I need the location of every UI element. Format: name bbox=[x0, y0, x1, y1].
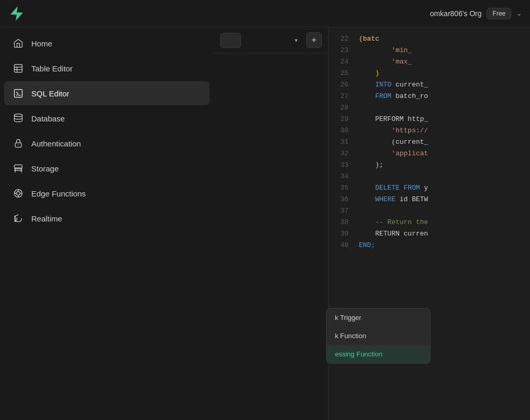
sql-panel: + bbox=[214, 27, 329, 420]
sql-icon bbox=[13, 88, 24, 99]
code-line-40: END; bbox=[359, 240, 530, 251]
context-menu-item-trigger[interactable]: k Trigger bbox=[327, 308, 430, 327]
code-line-31: (current_ bbox=[359, 137, 530, 148]
code-line-34 bbox=[359, 171, 530, 182]
context-menu-item-processing[interactable]: essing Function bbox=[327, 345, 430, 363]
sidebar-item-edge-functions-label: Edge Functions bbox=[31, 189, 86, 198]
main-top-bar: omkar806's Org Free ⌄ bbox=[214, 0, 530, 27]
sidebar-top-bar bbox=[0, 0, 214, 27]
code-line-39: RETURN curren bbox=[359, 228, 530, 240]
org-name: omkar806's Org bbox=[430, 9, 481, 18]
app-logo bbox=[8, 5, 25, 22]
auth-icon bbox=[13, 138, 24, 149]
table-icon bbox=[13, 63, 24, 74]
code-line-30: 'https:// bbox=[359, 125, 530, 137]
svg-point-6 bbox=[15, 114, 22, 117]
sidebar: Home Table Editor SQL Editor Database bbox=[0, 0, 214, 420]
storage-icon bbox=[13, 163, 24, 174]
sidebar-item-authentication-label: Authentication bbox=[31, 139, 81, 148]
sidebar-item-home[interactable]: Home bbox=[4, 31, 210, 55]
sidebar-nav: Home Table Editor SQL Editor Database bbox=[0, 27, 214, 420]
code-line-29: PERFORM http_ bbox=[359, 114, 530, 125]
sidebar-item-storage-label: Storage bbox=[31, 164, 59, 173]
home-icon bbox=[13, 38, 24, 49]
svg-point-10 bbox=[17, 192, 20, 195]
add-query-button[interactable]: + bbox=[306, 32, 322, 48]
sidebar-item-edge-functions[interactable]: Edge Functions bbox=[4, 181, 210, 205]
plan-badge[interactable]: Free bbox=[487, 8, 511, 19]
code-line-36: WHERE id BETW bbox=[359, 194, 530, 205]
sidebar-item-table-editor[interactable]: Table Editor bbox=[4, 56, 210, 80]
realtime-icon bbox=[13, 213, 24, 224]
code-line-23: 'min_ bbox=[359, 45, 530, 56]
sidebar-item-database[interactable]: Database bbox=[4, 106, 210, 130]
code-line-28 bbox=[359, 102, 530, 114]
edge-icon bbox=[13, 188, 24, 199]
code-line-22: (batc bbox=[359, 33, 530, 45]
sql-panel-toolbar: + bbox=[214, 27, 328, 54]
code-line-38: -- Return the bbox=[359, 217, 530, 228]
svg-rect-0 bbox=[15, 65, 22, 72]
code-line-25: ) bbox=[359, 68, 530, 79]
code-line-33: ); bbox=[359, 159, 530, 171]
sidebar-item-home-label: Home bbox=[31, 39, 52, 48]
org-info: omkar806's Org Free ⌄ bbox=[430, 8, 522, 19]
sidebar-item-authentication[interactable]: Authentication bbox=[4, 131, 210, 155]
sidebar-item-sql-editor-label: SQL Editor bbox=[31, 89, 69, 98]
chevron-down-icon[interactable]: ⌄ bbox=[516, 10, 522, 17]
sql-select-wrapper bbox=[220, 33, 302, 48]
main-area: omkar806's Org Free ⌄ + k Trigger k Func… bbox=[214, 0, 530, 420]
context-menu-item-function[interactable]: k Function bbox=[327, 327, 430, 345]
database-icon bbox=[13, 113, 24, 124]
sidebar-item-realtime[interactable]: Realtime bbox=[4, 206, 210, 230]
sidebar-item-sql-editor[interactable]: SQL Editor bbox=[4, 81, 210, 105]
sidebar-item-table-editor-label: Table Editor bbox=[31, 64, 73, 73]
code-line-32: 'applicat bbox=[359, 148, 530, 159]
sidebar-item-storage[interactable]: Storage bbox=[4, 156, 210, 180]
context-menu: k Trigger k Function essing Function bbox=[326, 308, 430, 364]
sidebar-item-realtime-label: Realtime bbox=[31, 214, 62, 223]
code-line-27: FROM batch_ro bbox=[359, 91, 530, 102]
code-line-35: DELETE FROM y bbox=[359, 182, 530, 194]
sidebar-item-database-label: Database bbox=[31, 114, 65, 123]
sql-panel-select[interactable] bbox=[220, 33, 241, 48]
sql-panel-list bbox=[214, 54, 328, 420]
code-line-37 bbox=[359, 205, 530, 217]
code-line-24: 'max_ bbox=[359, 56, 530, 68]
svg-point-8 bbox=[18, 145, 19, 146]
code-line-26: INTO current_ bbox=[359, 79, 530, 91]
